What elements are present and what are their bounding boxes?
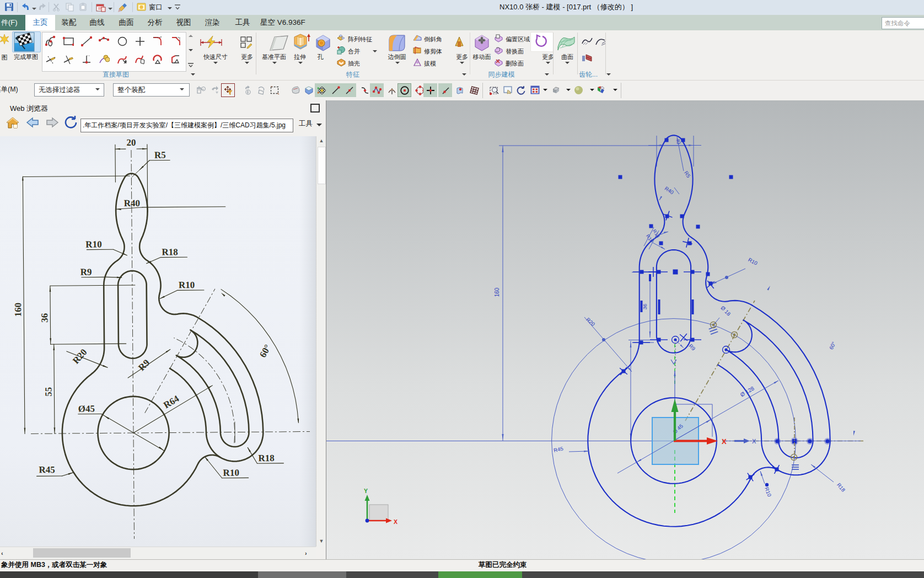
svg-text:R5: R5 — [154, 150, 166, 160]
svg-text:X: X — [394, 518, 397, 525]
svg-text:20: 20 — [126, 137, 136, 148]
svg-text:X: X — [752, 438, 756, 445]
svg-text:R9: R9 — [80, 267, 92, 277]
svg-text:R10: R10 — [85, 239, 101, 249]
svg-text:Y: Y — [364, 488, 368, 494]
svg-text:R18: R18 — [258, 453, 274, 463]
svg-text:R10: R10 — [179, 280, 195, 290]
svg-text:36: 36 — [642, 304, 648, 310]
svg-text:Ø45: Ø45 — [78, 404, 95, 414]
svg-text:160: 160 — [494, 287, 500, 297]
svg-text:R10: R10 — [223, 467, 239, 478]
svg-text:R40: R40 — [124, 198, 140, 208]
svg-text:160: 160 — [13, 303, 23, 317]
svg-text:R18: R18 — [162, 247, 178, 257]
svg-text:55: 55 — [43, 387, 53, 397]
svg-text:36: 36 — [39, 313, 50, 323]
svg-text:R45: R45 — [39, 464, 55, 475]
svg-text:X: X — [722, 437, 727, 446]
